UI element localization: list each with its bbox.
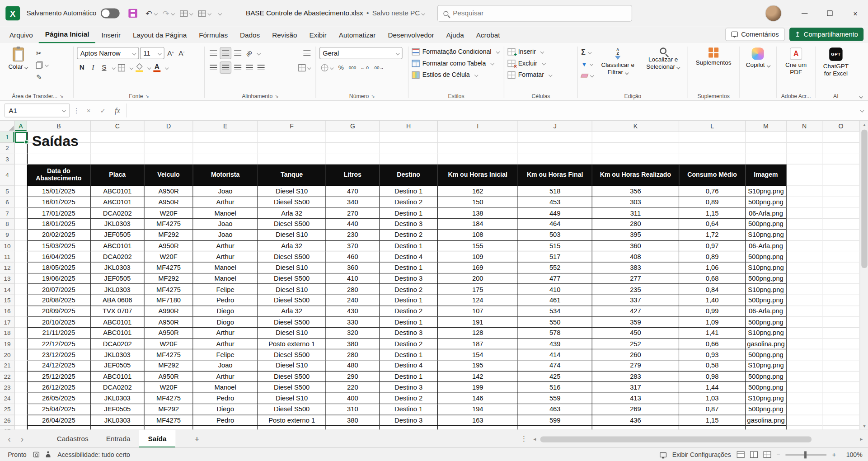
cell-D16[interactable]: A990R: [145, 306, 193, 317]
cell-L25[interactable]: 0,87: [679, 404, 746, 415]
format-as-table-button[interactable]: Formatar como Tabela: [412, 57, 500, 69]
cell-I13[interactable]: 200: [438, 273, 518, 284]
cell-N23[interactable]: [787, 382, 823, 393]
scroll-right-icon[interactable]: ►: [859, 437, 863, 442]
column-header-M[interactable]: M: [746, 121, 787, 132]
cell-F21[interactable]: Diesel S10: [258, 361, 326, 372]
conditional-formatting-button[interactable]: Formatação Condicional: [412, 46, 500, 57]
cell-E1[interactable]: [193, 132, 258, 143]
cell-F7[interactable]: Arla 32: [258, 208, 326, 219]
cell-K19[interactable]: 252: [592, 339, 679, 349]
cell-H13[interactable]: Destino 3: [380, 273, 438, 284]
cell-F11[interactable]: Diesel S500: [258, 251, 326, 262]
cell-M13[interactable]: 500png.png: [746, 273, 787, 284]
cell-D9[interactable]: MF292: [145, 230, 193, 240]
insert-function-icon[interactable]: fx: [112, 106, 123, 115]
cell-G19[interactable]: 380: [326, 339, 380, 349]
cell-I26[interactable]: 163: [438, 415, 518, 426]
cell-E11[interactable]: Arthur: [193, 251, 258, 262]
cell-F26[interactable]: Posto externo 1: [258, 415, 326, 426]
copilot-button[interactable]: Copilot: [743, 46, 773, 91]
font-dialog-launcher-icon[interactable]: ↘: [145, 93, 149, 98]
row-header-12[interactable]: 12: [0, 263, 15, 273]
zoom-slider-thumb[interactable]: [804, 451, 807, 458]
column-header-E[interactable]: E: [193, 121, 258, 132]
number-format-select[interactable]: Geral: [319, 47, 403, 59]
cell-D14[interactable]: MF4275: [145, 284, 193, 295]
cell-L6[interactable]: 0,89: [679, 197, 746, 208]
cell-E6[interactable]: Arthur: [193, 197, 258, 208]
row-header-5[interactable]: 5: [0, 186, 15, 197]
comments-button[interactable]: Comentários: [725, 28, 785, 41]
zoom-in-icon[interactable]: +: [832, 451, 836, 458]
cell-J18[interactable]: 578: [518, 328, 592, 339]
cell-J5[interactable]: 518: [518, 186, 592, 197]
cell-I1[interactable]: [438, 132, 518, 143]
select-all-corner[interactable]: [0, 121, 15, 132]
cell-J6[interactable]: 453: [518, 197, 592, 208]
merge-dropdown-icon[interactable]: [207, 11, 211, 15]
cell-G7[interactable]: 270: [326, 208, 380, 219]
font-color-button[interactable]: A: [152, 61, 162, 74]
cell-J7[interactable]: 449: [518, 208, 592, 219]
cell-N9[interactable]: [787, 230, 823, 240]
share-button[interactable]: ↥Compartilhamento: [789, 28, 863, 41]
cell-H26[interactable]: Destino 3: [380, 415, 438, 426]
search-input[interactable]: [453, 9, 626, 17]
cell-C20[interactable]: JKL0303: [91, 349, 145, 360]
borders-dropdown2-icon[interactable]: [130, 66, 134, 70]
cell-B24[interactable]: 26/05/2025: [27, 393, 91, 404]
cell-I18[interactable]: 128: [438, 328, 518, 339]
cell-D10[interactable]: A950R: [145, 240, 193, 251]
wrap-text-button[interactable]: [302, 47, 312, 59]
cell-L9[interactable]: 1,72: [679, 230, 746, 240]
column-header-O[interactable]: O: [822, 121, 859, 132]
redo-dropdown-icon[interactable]: [171, 11, 175, 15]
macro-record-icon[interactable]: [33, 452, 39, 457]
cell-N8[interactable]: [787, 219, 823, 230]
cell-K17[interactable]: 359: [592, 317, 679, 328]
cell-D19[interactable]: W20F: [145, 339, 193, 349]
customize-quick-access-button[interactable]: [216, 12, 221, 14]
cell-F15[interactable]: Diesel S500: [258, 295, 326, 306]
scroll-down-icon[interactable]: ▼: [860, 422, 868, 430]
excel-logo-icon[interactable]: X: [5, 6, 20, 20]
cell-H4[interactable]: Destino: [380, 165, 438, 186]
ribbon-tab-formulas[interactable]: Fórmulas: [193, 29, 234, 43]
cell-E26[interactable]: Pedro: [193, 415, 258, 426]
delete-cells-button[interactable]: ×Excluir: [507, 57, 574, 69]
cell-B11[interactable]: 16/04/2025: [27, 251, 91, 262]
cell-N16[interactable]: [787, 306, 823, 317]
addins-button[interactable]: Suplementos: [693, 46, 734, 91]
cell-M25[interactable]: 500png.png: [746, 404, 787, 415]
cell-F27[interactable]: [258, 426, 326, 429]
cell-B14[interactable]: 20/07/2025: [27, 284, 91, 295]
cell-F22[interactable]: Diesel S500: [258, 372, 326, 382]
cell-H1[interactable]: [380, 132, 438, 143]
cell-I7[interactable]: 138: [438, 208, 518, 219]
cell-O18[interactable]: [822, 328, 859, 339]
cell-E18[interactable]: Arthur: [193, 328, 258, 339]
cell-G22[interactable]: 290: [326, 372, 380, 382]
cut-button[interactable]: ✂: [36, 47, 48, 58]
cell-B19[interactable]: 22/12/2025: [27, 339, 91, 349]
ribbon-tab-automatizar[interactable]: Automatizar: [333, 29, 382, 43]
cell-J22[interactable]: 425: [518, 372, 592, 382]
cell-K27[interactable]: [592, 426, 679, 429]
cell-F18[interactable]: Diesel S10: [258, 328, 326, 339]
cell-C5[interactable]: ABC0101: [91, 186, 145, 197]
row-header-8[interactable]: 8: [0, 219, 15, 230]
add-sheet-button[interactable]: +: [191, 433, 203, 445]
cell-A16[interactable]: [15, 306, 27, 317]
cell-E22[interactable]: Arthur: [193, 372, 258, 382]
cell-I5[interactable]: 162: [438, 186, 518, 197]
row-header-7[interactable]: 7: [0, 208, 15, 219]
cell-L17[interactable]: 1,09: [679, 317, 746, 328]
cell-N19[interactable]: [787, 339, 823, 349]
cell-A24[interactable]: [15, 393, 27, 404]
increase-indent-button[interactable]: [256, 61, 266, 74]
cell-M3[interactable]: [746, 154, 787, 165]
sheet-nav-left-icon[interactable]: ‹: [8, 434, 11, 443]
cell-I4[interactable]: Km ou Horas Inicial: [438, 165, 518, 186]
cell-G27[interactable]: [326, 426, 380, 429]
